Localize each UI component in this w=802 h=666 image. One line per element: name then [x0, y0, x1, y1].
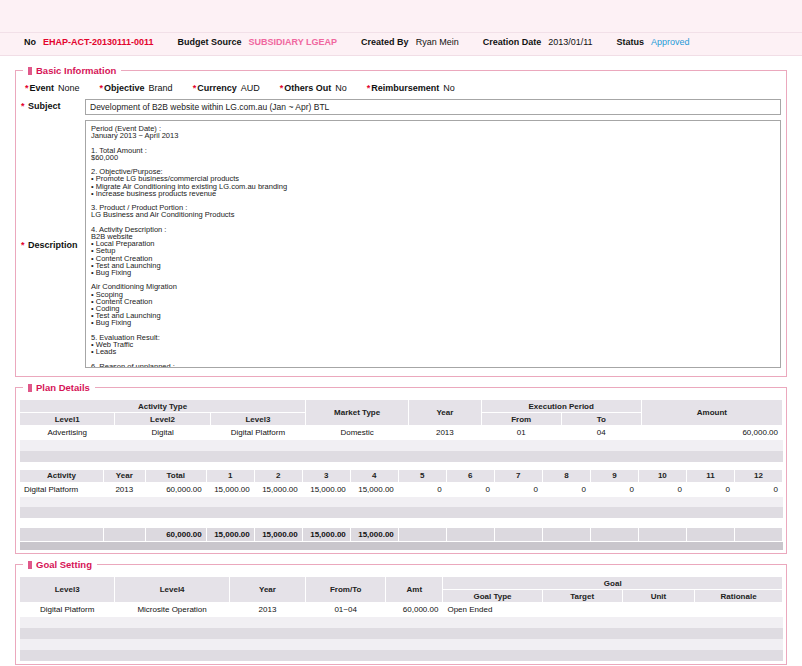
- cell-month-total: [686, 527, 734, 541]
- cell-amount: 60,000.00: [641, 426, 782, 440]
- table-gap: [19, 462, 783, 469]
- description-textarea[interactable]: Period (Event Date) : January 2013 ~ Apr…: [85, 120, 781, 368]
- cell-month-total: [542, 527, 590, 541]
- cell-month: 0: [734, 482, 782, 496]
- goal-setting-title: Goal Setting: [23, 559, 97, 570]
- cell-month: 0: [494, 482, 542, 496]
- empty-row: [20, 650, 783, 661]
- month-header: 8: [542, 469, 590, 482]
- to-header: To: [561, 413, 641, 426]
- section-marker-icon: [28, 561, 32, 569]
- cell-month: 0: [686, 482, 734, 496]
- empty-row: [20, 628, 783, 639]
- year-header: Year: [229, 577, 305, 603]
- required-marker: *: [100, 83, 104, 93]
- cell-month-total: 15,000.00: [254, 527, 302, 541]
- month-header: 5: [398, 469, 446, 482]
- cell-total-year: [103, 527, 145, 541]
- required-marker: *: [25, 83, 29, 93]
- event-field: *Event None: [25, 83, 80, 93]
- month-header: 6: [446, 469, 494, 482]
- goal-setting-panel: Goal Setting Level3 Level4 Year From/To …: [15, 564, 787, 665]
- cell-total: 60,000.00: [145, 482, 206, 496]
- cell-month-total: [638, 527, 686, 541]
- month-header: 11: [686, 469, 734, 482]
- reimbursement-value: No: [443, 83, 455, 93]
- cell-month: 0: [590, 482, 638, 496]
- cell-amt: 60,000.00: [386, 603, 443, 617]
- cell-market-type: Domestic: [306, 426, 409, 440]
- cell-level3: Digital Platform: [210, 426, 305, 440]
- cell-level1: Advertising: [20, 426, 115, 440]
- empty-row: [20, 617, 783, 628]
- cell-unit: [622, 603, 694, 617]
- amount-header: Amount: [641, 400, 782, 426]
- cell-to: 04: [561, 426, 641, 440]
- market-type-header: Market Type: [306, 400, 409, 426]
- created-by-value: Ryan Mein: [416, 37, 459, 47]
- plan-monthly-table: Activity Year Total 1 2 3 4 5 6 7 8 9 10…: [19, 469, 783, 551]
- cell-activity: Digital Platform: [20, 482, 104, 496]
- level3-header: Level3: [20, 577, 115, 603]
- currency-label: Currency: [197, 83, 237, 93]
- budget-source-label: Budget Source: [178, 37, 242, 47]
- objective-field: *Objective Brand: [100, 83, 173, 93]
- amt-header: Amt: [386, 577, 443, 603]
- record-summary-row: No EHAP-ACT-20130111-0011 Budget Source …: [24, 37, 714, 47]
- created-by-label: Created By: [361, 37, 409, 47]
- no-value: EHAP-ACT-20130111-0011: [43, 37, 154, 47]
- header-divider: [0, 32, 802, 33]
- table-row[interactable]: Digital Platform Microsite Operation 201…: [20, 603, 783, 617]
- year-header: Year: [103, 469, 145, 482]
- section-marker-icon: [28, 67, 32, 75]
- plan-activity-table: Activity Type Market Type Year Execution…: [19, 399, 783, 462]
- activity-header: Activity: [20, 469, 104, 482]
- table-row[interactable]: Digital Platform 2013 60,000.00 15,000.0…: [20, 482, 783, 496]
- cell-month-total: 15,000.00: [350, 527, 398, 541]
- others-out-field: *Others Out No: [280, 83, 347, 93]
- cell-target: [542, 603, 622, 617]
- reimbursement-label: Reimbursement: [371, 83, 439, 93]
- goal-type-header: Goal Type: [443, 590, 542, 603]
- cell-month: 0: [446, 482, 494, 496]
- level3-header: Level3: [210, 413, 305, 426]
- status-label: Status: [617, 37, 645, 47]
- unit-header: Unit: [622, 590, 694, 603]
- cell-goal-type: Open Ended: [443, 603, 542, 617]
- table-row[interactable]: Advertising Digital Digital Platform Dom…: [20, 426, 783, 440]
- level1-header: Level1: [20, 413, 115, 426]
- empty-row: [20, 440, 783, 451]
- year-header: Year: [409, 400, 481, 426]
- required-marker: *: [280, 83, 284, 93]
- subject-label: * Subject: [21, 99, 85, 111]
- cell-month-total: [734, 527, 782, 541]
- cell-month: 15,000.00: [302, 482, 350, 496]
- cell-month: 15,000.00: [206, 482, 254, 496]
- cell-month-total: [494, 527, 542, 541]
- required-marker: *: [367, 83, 371, 93]
- cell-month: 0: [638, 482, 686, 496]
- others-out-value: No: [335, 83, 347, 93]
- page-content: Basic Information *Event None *Objective…: [0, 56, 802, 665]
- spacer-row: [20, 518, 783, 527]
- objective-value: Brand: [149, 83, 173, 93]
- cell-month: 15,000.00: [350, 482, 398, 496]
- rationale-header: Rationale: [695, 590, 783, 603]
- creation-date-label: Creation Date: [483, 37, 542, 47]
- target-header: Target: [542, 590, 622, 603]
- event-value: None: [58, 83, 80, 93]
- plan-details-title: Plan Details: [23, 382, 95, 393]
- month-header: 12: [734, 469, 782, 482]
- basic-information-title: Basic Information: [23, 65, 121, 76]
- cell-grand-total: 60,000.00: [145, 527, 206, 541]
- event-label: Event: [30, 83, 55, 93]
- cell-level2: Digital: [115, 426, 210, 440]
- required-marker: *: [21, 240, 25, 250]
- subject-input[interactable]: [85, 99, 781, 115]
- bottom-band: [20, 541, 783, 550]
- cell-month-total: [590, 527, 638, 541]
- goal-group-header: Goal: [443, 577, 783, 590]
- status-badge: Approved: [651, 37, 690, 47]
- others-out-label: Others Out: [284, 83, 331, 93]
- budget-source-value: SUBSIDIARY LGEAP: [249, 37, 338, 47]
